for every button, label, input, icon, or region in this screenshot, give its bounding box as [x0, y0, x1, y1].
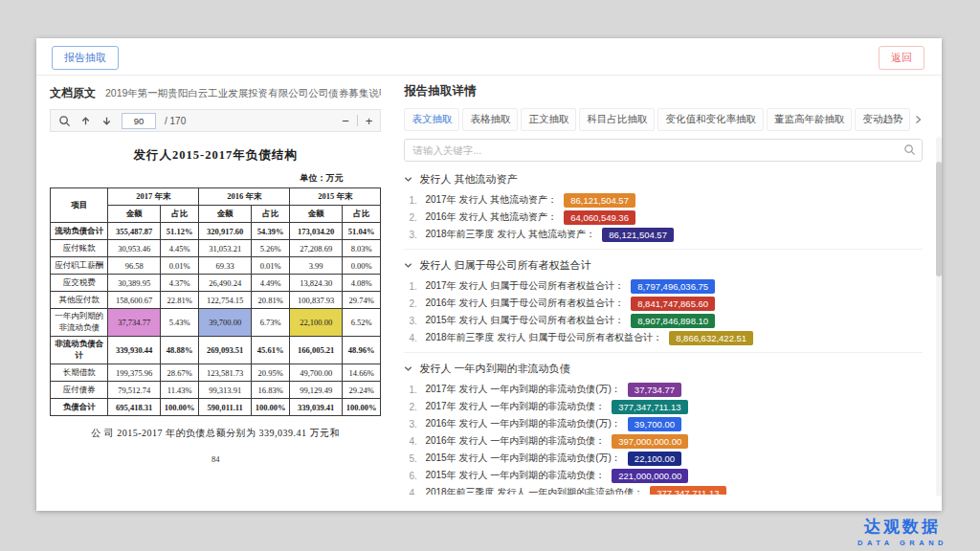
row-item-name: 应付债券 [51, 382, 108, 399]
tab-1[interactable]: 表格抽取 [462, 108, 518, 131]
item-label: 2015年 发行人 一年内到期的非流动负债： [425, 469, 605, 482]
table-row: 其他应付款158,600.6722.81%122,754.1520.81%100… [51, 292, 381, 309]
table-header-row: 项目 2017 年末 2016 年末 2015 年末 [51, 188, 381, 206]
value-badge[interactable]: 39,700.00 [628, 417, 681, 431]
report-extract-button[interactable]: 报告抽取 [52, 46, 119, 70]
section-header[interactable]: 发行人 归属于母公司所有者权益合计 [404, 253, 923, 277]
tab-bar: 表文抽取表格抽取正文抽取科目占比抽取变化值和变化率抽取董监高年龄抽取变动趋势 [404, 108, 910, 131]
item-index: 6. [409, 471, 425, 481]
value-badge[interactable]: 86,121,504.57 [602, 228, 674, 242]
page-number-input[interactable] [122, 113, 156, 129]
percent-cell: 5.26% [252, 240, 290, 257]
value-badge[interactable]: 377,347,711.13 [650, 486, 725, 496]
percent-cell: 54.39% [252, 223, 290, 240]
doc-title-row: 文档原文 2019年第一期贵阳白云工业发展投资有限公司公司债券募集说明书.pdf [50, 85, 381, 101]
percent-cell: 16.83% [252, 382, 290, 399]
value-badge[interactable]: 8,907,846,898.10 [631, 314, 715, 328]
highlighted-amount-cell[interactable]: 39,700.00 [199, 309, 252, 337]
amount-cell: 30,953.46 [108, 240, 161, 257]
item-index: 3. [409, 230, 425, 240]
app-background: 报告抽取 返回 文档原文 2019年第一期贵阳白云工业发展投资有限公司公司债券募… [0, 0, 980, 551]
page-up-icon[interactable] [79, 115, 92, 127]
table-row: 流动负债合计355,487.8751.12%320,917.6054.39%17… [51, 223, 381, 240]
amount-cell: 320,917.60 [199, 223, 252, 240]
tab-4[interactable]: 变化值和变化率抽取 [657, 108, 764, 131]
value-badge[interactable]: 8,797,496,036.75 [631, 279, 715, 294]
tab-6[interactable]: 变动趋势 [855, 108, 910, 131]
percent-cell: 100.00% [342, 399, 380, 416]
table-title: 发行人2015-2017年负债结构 [50, 147, 381, 164]
item-label: 2015年 发行人 一年内到期的非流动负债(万)： [425, 452, 620, 465]
value-badge[interactable]: 86,121,504.57 [564, 193, 635, 208]
tab-scroll-right-icon[interactable] [913, 115, 923, 124]
percent-cell: 45.61% [252, 337, 290, 364]
highlighted-amount-cell[interactable]: 22,100.00 [290, 309, 343, 337]
value-badge[interactable]: 64,060,549.36 [564, 210, 635, 225]
tab-3[interactable]: 科目占比抽取 [579, 108, 655, 131]
tab-2[interactable]: 正文抽取 [521, 108, 576, 131]
amount-cell: 590,011.11 [199, 399, 252, 416]
amount-cell: 339,039.41 [290, 399, 343, 416]
pdf-page-number: 84 [50, 454, 381, 464]
page-down-icon[interactable] [100, 115, 113, 127]
amount-cell: 26,490.24 [199, 275, 252, 292]
value-badge[interactable]: 37,734.77 [628, 383, 681, 397]
keyword-search-input[interactable] [404, 139, 923, 162]
percent-cell: 0.01% [252, 257, 290, 275]
extraction-item: 4.2018年前三季度 发行人 一年内到期的非流动负债：377,347,711.… [404, 484, 923, 495]
panel-content: 文档原文 2019年第一期贵阳白云工业发展投资有限公司公司债券募集说明书.pdf… [36, 76, 942, 511]
amount-cell: 122,754.15 [199, 292, 252, 309]
zoom-in-button[interactable]: + [366, 114, 373, 128]
table-row: 应交税费30,389.954.37%26,490.244.49%13,824.3… [51, 275, 381, 292]
percent-cell: 51.04% [342, 223, 380, 240]
percent-cell: 48.96% [342, 337, 380, 364]
search-icon[interactable] [58, 115, 71, 127]
logo-cn-text: 达观数据 [858, 516, 947, 538]
value-badge[interactable]: 221,000,000.00 [612, 469, 688, 483]
header-year-2017: 2017 年末 [108, 188, 199, 206]
percent-cell: 100.00% [252, 399, 290, 416]
percent-cell: 8.03% [342, 240, 380, 257]
right-pane-scrollbar[interactable] [936, 137, 942, 496]
row-item-name: 长期借款 [51, 364, 108, 382]
table-row: 非流动负债合计339,930.4448.88%269,093.5145.61%1… [51, 337, 381, 364]
percent-cell: 14.66% [342, 364, 380, 382]
extraction-item: 3.2018年前三季度 发行人 其他流动资产：86,121,504.57 [404, 226, 923, 243]
amount-cell: 79,512.74 [108, 382, 161, 399]
row-item-name: 负债合计 [51, 399, 108, 416]
item-label: 2016年 发行人 一年内到期的非流动负债： [425, 434, 605, 448]
value-badge[interactable]: 377,347,711.13 [612, 400, 687, 414]
row-item-name: 一年内到期的非流动负债 [51, 309, 108, 337]
chevron-down-icon [404, 261, 412, 270]
tab-5[interactable]: 董监高年龄抽取 [767, 108, 853, 131]
item-label: 2016年 发行人 一年内到期的非流动负债(万)： [425, 417, 620, 430]
value-badge[interactable]: 8,841,747,865.60 [631, 297, 715, 311]
section-header[interactable]: 发行人 其他流动资产 [404, 166, 923, 191]
percent-cell: 4.49% [252, 275, 290, 292]
amount-cell: 173,034.20 [290, 223, 343, 240]
value-badge[interactable]: 8,866,632,422.51 [669, 331, 753, 345]
amount-cell: 339,930.44 [108, 337, 161, 364]
doc-source-label: 文档原文 [50, 85, 96, 101]
section-title: 发行人 一年内到期的非流动负债 [419, 362, 569, 376]
pdf-page: 发行人2015-2017年负债结构 单位：万元 项目 2017 年末 2016 … [50, 134, 381, 505]
extraction-item: 2.2017年 发行人 一年内到期的非流动负债：377,347,711.13 [404, 398, 923, 415]
zoom-out-button[interactable]: − [342, 114, 349, 128]
table-row: 应付职工薪酬96.580.01%69.330.01%3.990.00% [51, 257, 381, 275]
item-label: 2018年前三季度 发行人 归属于母公司所有者权益合计： [425, 331, 662, 344]
percent-cell: 29.74% [342, 292, 380, 309]
search-icon[interactable] [903, 143, 916, 156]
logo-en-text: DATA GRAND [858, 539, 947, 547]
value-badge[interactable]: 397,000,000.00 [612, 434, 688, 449]
highlighted-amount-cell[interactable]: 37,734.77 [108, 309, 161, 337]
amount-cell: 30,389.95 [108, 275, 161, 292]
scrollbar-thumb[interactable] [936, 162, 942, 276]
percent-cell: 28.67% [161, 364, 199, 382]
extraction-item: 2.2016年 发行人 其他流动资产：64,060,549.36 [404, 209, 923, 226]
tab-0[interactable]: 表文抽取 [404, 108, 459, 131]
percent-cell: 11.43% [161, 382, 199, 399]
row-item-name: 应付职工薪酬 [51, 257, 108, 275]
value-badge[interactable]: 22,100.00 [628, 452, 681, 466]
section-header[interactable]: 发行人 一年内到期的非流动负债 [404, 356, 923, 381]
back-button[interactable]: 返回 [879, 46, 924, 70]
